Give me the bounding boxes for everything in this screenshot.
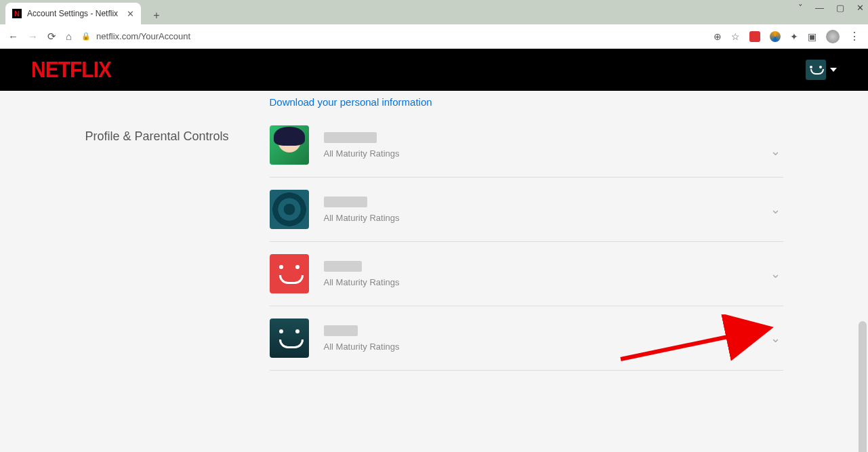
url-field[interactable]: 🔒 netflix.com/YourAccount xyxy=(81,31,704,41)
profile-menu[interactable] xyxy=(806,60,837,80)
translate-icon[interactable]: ⊕ xyxy=(714,31,722,42)
profile-info: All Maturity Ratings xyxy=(324,325,400,352)
profile-info: All Maturity Ratings xyxy=(324,261,400,287)
reload-button[interactable]: ⟳ xyxy=(47,30,56,43)
netflix-favicon: N xyxy=(12,9,22,18)
maximize-icon[interactable]: ▢ xyxy=(836,3,844,13)
back-button[interactable]: ← xyxy=(8,30,18,42)
browser-tab[interactable]: N Account Settings - Netflix ✕ xyxy=(5,3,141,24)
profile-avatar xyxy=(270,125,309,165)
url-text: netflix.com/YourAccount xyxy=(96,31,190,41)
minimize-icon[interactable]: — xyxy=(815,3,824,13)
profile-info: All Maturity Ratings xyxy=(324,197,400,223)
page-content: Download your personal information Profi… xyxy=(0,91,868,452)
new-tab-button[interactable]: + xyxy=(148,7,165,24)
section-title: Profile & Parental Controls xyxy=(85,125,270,371)
expand-chevron-icon[interactable]: ⌄ xyxy=(770,144,781,159)
profile-avatar xyxy=(270,254,309,293)
profile-name-redacted xyxy=(324,325,358,336)
netflix-logo[interactable]: NETFLIX xyxy=(31,57,111,82)
expand-chevron-icon[interactable]: ⌄ xyxy=(770,266,781,281)
forward-button[interactable]: → xyxy=(28,30,38,42)
profile-name-redacted xyxy=(324,261,362,272)
expand-chevron-icon[interactable]: ⌄ xyxy=(770,331,781,346)
profile-name-redacted xyxy=(324,197,367,207)
tab-strip: N Account Settings - Netflix ✕ + ˅ — ▢ ✕ xyxy=(0,0,868,24)
chevron-down-icon[interactable]: ˅ xyxy=(798,3,803,13)
header-avatar-icon xyxy=(806,60,826,80)
profile-avatar xyxy=(270,190,309,229)
profile-row[interactable]: All Maturity Ratings⌄ xyxy=(270,241,783,306)
expand-chevron-icon[interactable]: ⌄ xyxy=(770,202,781,217)
download-info-row: Download your personal information xyxy=(85,96,783,108)
window-controls: ˅ — ▢ ✕ xyxy=(798,3,864,13)
tab-title: Account Settings - Netflix xyxy=(27,9,118,18)
caret-down-icon xyxy=(830,68,837,72)
maturity-label: All Maturity Ratings xyxy=(324,342,400,352)
extension-icon[interactable] xyxy=(770,31,781,42)
menu-kebab-icon[interactable]: ⋮ xyxy=(849,30,860,43)
star-icon[interactable]: ☆ xyxy=(731,31,740,42)
lock-icon: 🔒 xyxy=(81,32,91,41)
profile-avatar-icon[interactable] xyxy=(826,30,840,43)
profile-avatar xyxy=(270,319,309,358)
profile-row[interactable]: All Maturity Ratings⌄ xyxy=(270,306,783,371)
profiles-list: All Maturity Ratings⌄All Maturity Rating… xyxy=(270,125,783,371)
netflix-header: NETFLIX xyxy=(0,49,868,91)
profile-name-redacted xyxy=(324,132,377,143)
home-button[interactable]: ⌂ xyxy=(66,30,72,42)
extensions-puzzle-icon[interactable]: ✦ xyxy=(790,31,798,42)
profile-info: All Maturity Ratings xyxy=(324,132,400,159)
sidepanel-icon[interactable]: ▣ xyxy=(808,31,817,42)
close-tab-icon[interactable]: ✕ xyxy=(127,9,134,19)
close-window-icon[interactable]: ✕ xyxy=(856,3,864,13)
maturity-label: All Maturity Ratings xyxy=(324,148,400,159)
scrollbar[interactable] xyxy=(859,321,867,452)
extension-shield-icon[interactable] xyxy=(749,31,760,42)
toolbar-icons: ⊕ ☆ ✦ ▣ ⋮ xyxy=(714,30,860,43)
address-bar: ← → ⟳ ⌂ 🔒 netflix.com/YourAccount ⊕ ☆ ✦ … xyxy=(0,24,868,49)
download-personal-info-link[interactable]: Download your personal information xyxy=(270,96,432,108)
profile-row[interactable]: All Maturity Ratings⌄ xyxy=(270,125,783,177)
profile-row[interactable]: All Maturity Ratings⌄ xyxy=(270,177,783,241)
maturity-label: All Maturity Ratings xyxy=(324,277,400,287)
maturity-label: All Maturity Ratings xyxy=(324,213,400,223)
browser-chrome: N Account Settings - Netflix ✕ + ˅ — ▢ ✕… xyxy=(0,0,868,49)
